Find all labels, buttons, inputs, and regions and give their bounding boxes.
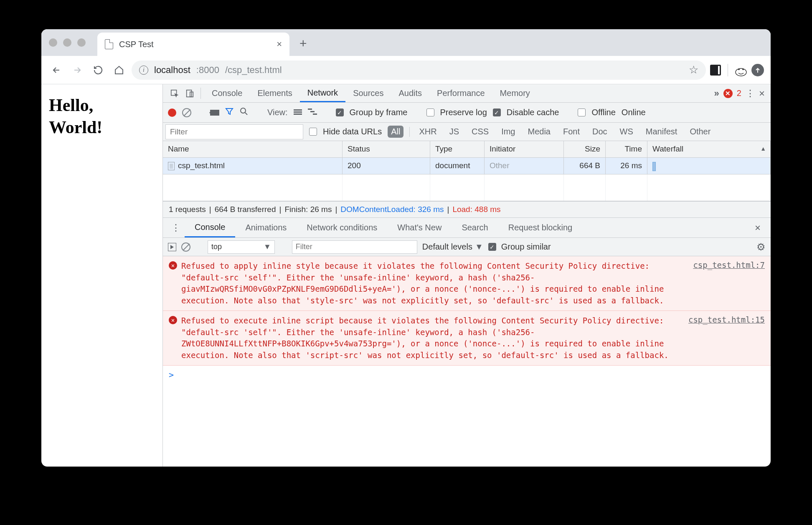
tab-console[interactable]: Console [204, 84, 250, 102]
forward-button[interactable] [69, 62, 86, 78]
home-button[interactable] [111, 62, 127, 78]
error-count[interactable]: 2 [737, 88, 741, 98]
new-tab-button[interactable]: + [299, 36, 307, 50]
omnibox[interactable]: i localhost:8000/csp_test.html ☆ [132, 61, 706, 80]
drawer-menu-icon[interactable]: ⋮ [167, 218, 185, 237]
settings-gear-icon[interactable]: ⚙ [756, 241, 766, 253]
group-similar-checkbox[interactable] [488, 243, 496, 251]
network-toolbar: View: Group by frame Preserve log Disabl… [163, 103, 771, 123]
drawer-tab-search[interactable]: Search [452, 218, 498, 237]
error-badge-icon[interactable]: ✕ [723, 89, 733, 98]
minimize-window-button[interactable] [63, 38, 71, 47]
traffic-lights [49, 38, 86, 47]
error-source-link[interactable]: csp_test.html:7 [686, 260, 765, 306]
back-button[interactable] [48, 62, 65, 78]
col-size[interactable]: Size [564, 141, 606, 157]
console-prompt[interactable]: > [163, 366, 771, 384]
tabs-overflow-icon[interactable]: » [714, 88, 719, 99]
group-similar-label: Group similar [501, 242, 551, 252]
error-source-link[interactable]: csp_test.html:15 [682, 315, 765, 361]
col-type[interactable]: Type [430, 141, 485, 157]
separator [409, 127, 410, 137]
console-filter-input[interactable] [292, 240, 417, 254]
table-row[interactable]: csp_test.html 200 document Other 664 B 2… [163, 158, 771, 174]
disable-cache-checkbox[interactable] [493, 109, 501, 116]
device-mode-icon[interactable] [182, 84, 197, 102]
waterfall-view-icon[interactable] [308, 108, 317, 117]
col-status[interactable]: Status [343, 141, 430, 157]
row-status: 200 [343, 158, 430, 174]
filter-chip-manifest[interactable]: Manifest [642, 126, 681, 138]
group-by-frame-checkbox[interactable] [336, 109, 344, 116]
console-error-message[interactable]: ✕ Refused to execute inline script becau… [163, 311, 771, 366]
site-info-icon[interactable]: i [139, 66, 148, 75]
drawer-tab-whats-new[interactable]: What's New [387, 218, 452, 237]
drawer-tab-console[interactable]: Console [185, 218, 235, 237]
screenshot-icon[interactable] [210, 110, 219, 116]
tab-memory[interactable]: Memory [492, 84, 538, 102]
tab-audits[interactable]: Audits [391, 84, 430, 102]
maximize-window-button[interactable] [77, 38, 86, 47]
console-error-message[interactable]: ✕ Refused to apply inline style because … [163, 256, 771, 311]
online-label[interactable]: Online [622, 108, 646, 117]
drawer-tab-request-blocking[interactable]: Request blocking [498, 218, 582, 237]
hide-data-urls-checkbox[interactable] [309, 128, 317, 136]
clear-button[interactable] [182, 108, 191, 117]
close-drawer-button[interactable]: × [749, 218, 766, 237]
network-status-bar: 1 requests | 664 B transferred | Finish:… [163, 201, 771, 218]
filter-chip-css[interactable]: CSS [468, 126, 492, 138]
tab-performance[interactable]: Performance [429, 84, 492, 102]
filter-chip-media[interactable]: Media [524, 126, 553, 138]
extension-icon[interactable] [710, 65, 721, 76]
drawer-tab-network-conditions[interactable]: Network conditions [297, 218, 387, 237]
col-initiator[interactable]: Initiator [485, 141, 564, 157]
error-icon: ✕ [169, 261, 177, 270]
tab-title: CSP Test [119, 40, 154, 49]
devtools-menu-icon[interactable]: ⋮ [746, 88, 755, 99]
tab-elements[interactable]: Elements [250, 84, 299, 102]
close-window-button[interactable] [49, 38, 57, 47]
col-time[interactable]: Time [606, 141, 647, 157]
bookmark-icon[interactable]: ☆ [689, 63, 698, 76]
reload-button[interactable] [90, 62, 107, 78]
waterfall-bar [652, 162, 656, 171]
content-area: Hello, World! Console Elements Network S… [41, 84, 771, 467]
offline-checkbox[interactable] [578, 109, 586, 116]
filter-icon[interactable] [225, 107, 233, 118]
tab-network[interactable]: Network [300, 84, 345, 102]
context-select[interactable]: top ▼ [208, 240, 275, 254]
record-button[interactable] [168, 109, 176, 117]
document-icon [168, 162, 175, 170]
log-levels-select[interactable]: Default levels ▼ [422, 242, 483, 252]
tab-sources[interactable]: Sources [345, 84, 391, 102]
col-name[interactable]: Name [163, 141, 343, 157]
console-sidebar-icon[interactable] [168, 243, 176, 251]
col-waterfall[interactable]: Waterfall ▲ [647, 141, 771, 157]
filter-chip-img[interactable]: Img [498, 126, 518, 138]
filter-chip-js[interactable]: JS [446, 126, 462, 138]
filter-input[interactable] [165, 124, 303, 139]
clear-console-button[interactable] [181, 242, 190, 252]
close-devtools-button[interactable]: × [759, 88, 765, 99]
filter-chip-all[interactable]: All [388, 126, 403, 138]
filter-chip-font[interactable]: Font [560, 126, 583, 138]
filter-chip-doc[interactable]: Doc [589, 126, 611, 138]
hide-data-urls-label: Hide data URLs [323, 127, 382, 136]
devtools-tabs: Console Elements Network Sources Audits … [163, 84, 771, 103]
close-tab-button[interactable]: × [277, 39, 282, 50]
chevron-down-icon: ▼ [264, 242, 271, 251]
filter-chip-xhr[interactable]: XHR [416, 126, 440, 138]
row-time: 26 ms [606, 158, 647, 174]
browser-tab[interactable]: CSP Test × [97, 33, 289, 56]
inspect-element-icon[interactable] [167, 84, 182, 102]
search-icon[interactable] [239, 107, 249, 119]
filter-chip-other[interactable]: Other [686, 126, 714, 138]
status-finish: Finish: 26 ms [284, 205, 332, 214]
large-rows-icon[interactable] [294, 109, 302, 116]
preserve-log-checkbox[interactable] [426, 109, 434, 116]
offline-label: Offline [591, 108, 615, 117]
filter-chip-ws[interactable]: WS [617, 126, 637, 138]
update-button[interactable] [751, 64, 764, 76]
drawer-tab-animations[interactable]: Animations [235, 218, 297, 237]
profile-avatar[interactable] [735, 64, 747, 76]
